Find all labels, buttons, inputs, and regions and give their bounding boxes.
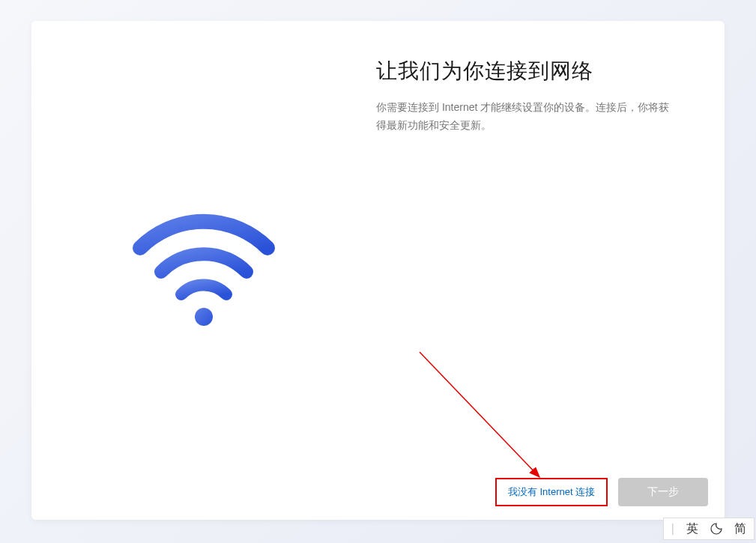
button-bar: 我没有 Internet 连接 下一步 <box>495 478 708 506</box>
next-button[interactable]: 下一步 <box>618 478 708 506</box>
ime-moon-icon[interactable] <box>706 518 727 539</box>
setup-card: 让我们为你连接到网络 你需要连接到 Internet 才能继续设置你的设备。连接… <box>31 21 725 520</box>
svg-point-0 <box>195 308 213 326</box>
content-panel: 让我们为你连接到网络 你需要连接到 Internet 才能继续设置你的设备。连接… <box>376 21 725 520</box>
ime-mode[interactable]: 简 <box>730 518 751 539</box>
page-description: 你需要连接到 Internet 才能继续设置你的设备。连接后，你将获得最新功能和… <box>376 99 676 135</box>
ime-language[interactable]: 英 <box>682 518 703 539</box>
ime-separator: | <box>667 518 679 539</box>
wifi-icon <box>129 195 279 345</box>
illustration-panel <box>31 21 376 520</box>
ime-toolbar: | 英 简 <box>663 518 755 540</box>
page-title: 让我们为你连接到网络 <box>376 57 695 85</box>
no-internet-link[interactable]: 我没有 Internet 连接 <box>495 478 608 506</box>
